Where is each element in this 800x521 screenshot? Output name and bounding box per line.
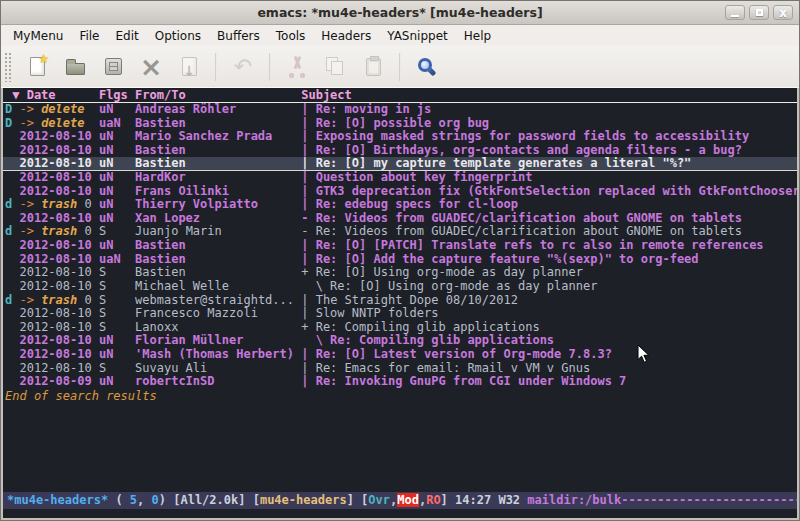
open-folder-icon[interactable] <box>61 53 89 81</box>
cut-icon[interactable] <box>283 53 311 81</box>
close-icon[interactable]: x <box>773 5 793 20</box>
message-row[interactable]: 2012-08-10 S Suvayu Ali | Re: Emacs for … <box>3 362 797 376</box>
menu-item-headers[interactable]: Headers <box>313 27 379 45</box>
menu-item-buffers[interactable]: Buffers <box>209 27 268 45</box>
column-headers[interactable]: ▼ Date Flgs From/To Subject <box>3 88 797 103</box>
toolbar-separator <box>269 53 271 81</box>
window-controls: x <box>725 5 793 20</box>
mode-line[interactable]: *mu4e-headers* ( 5, 0) [All/2.0k] [mu4e-… <box>3 492 797 509</box>
modeline-segment-plain: ] [ <box>347 493 369 507</box>
message-row[interactable]: 2012-08-10 uN Bastien | Re: [O] Birthday… <box>3 144 797 158</box>
close-buffer-icon[interactable]: × <box>137 53 165 81</box>
modeline-segment-num: 0 <box>152 493 159 507</box>
message-row[interactable]: 2012-08-10 uN Bastien | Re: [O] my captu… <box>3 157 797 171</box>
toolbar-separator <box>215 53 217 81</box>
copy-icon[interactable] <box>321 53 349 81</box>
message-row[interactable]: D -> delete uN Andreas Röhler | Re: movi… <box>3 103 797 117</box>
message-row[interactable]: d -> trash 0 S Juanjo Marin - Re: Videos… <box>3 225 797 239</box>
maximize-icon[interactable] <box>749 5 769 20</box>
modeline-segment-dashes: ----------------------------------------… <box>621 493 797 507</box>
titlebar[interactable]: emacs: *mu4e-headers* [mu4e-headers] x <box>1 1 799 25</box>
modeline-segment-ovr: Ovr <box>368 493 390 507</box>
save-as-icon[interactable]: ↓ <box>175 53 203 81</box>
mu4e-headers-buffer: ▼ Date Flgs From/To Subject D -> delete … <box>1 88 799 520</box>
modeline-segment-mode: mu4e-headers <box>260 493 347 507</box>
modeline-segment-plain: ) [All/2.0k] [ <box>159 493 260 507</box>
new-file-icon[interactable]: ★ <box>23 53 51 81</box>
end-of-results: End of search results <box>3 389 797 403</box>
message-row[interactable]: 2012-08-09 uN robertcInSD | Re: Invoking… <box>3 375 797 389</box>
menu-item-mymenu[interactable]: MyMenu <box>5 27 71 45</box>
toolbar-grip[interactable] <box>4 52 12 82</box>
message-row[interactable]: 2012-08-10 uN HardKor | Question about k… <box>3 171 797 185</box>
paste-icon[interactable] <box>359 53 387 81</box>
modeline-segment-ro: RO <box>426 493 440 507</box>
message-row[interactable]: 2012-08-10 uaN Bastien | Re: [O] Add the… <box>3 253 797 267</box>
message-row[interactable]: 2012-08-10 uN Mario Sanchez Prada | Expo… <box>3 130 797 144</box>
message-row[interactable]: 2012-08-10 uN Bastien | Re: [O] [PATCH] … <box>3 239 797 253</box>
modeline-segment-plain: ] 14:27 W32 <box>441 493 528 507</box>
menu-item-edit[interactable]: Edit <box>108 27 147 45</box>
undo-icon[interactable]: ↶ <box>229 53 257 81</box>
message-row[interactable]: 2012-08-10 uN Florian Müllner \ Re: Comp… <box>3 334 797 348</box>
message-row[interactable]: 2012-08-10 uN 'Mash (Thomas Herbert) | R… <box>3 348 797 362</box>
menu-item-file[interactable]: File <box>71 27 107 45</box>
message-row[interactable]: d -> trash 0 S webmaster@straightd... | … <box>3 294 797 308</box>
message-row[interactable]: 2012-08-10 S Lanoxx + Re: Compiling glib… <box>3 321 797 335</box>
modeline-segment-buffer: *mu4e-headers* <box>7 493 108 507</box>
toolbar: ★×↓↶ <box>1 46 799 88</box>
modeline-segment-plain: ( <box>108 493 130 507</box>
modeline-segment-mod: Mod <box>397 493 419 507</box>
modeline-segment-path: maildir:/bulk <box>527 493 621 507</box>
message-row[interactable]: d -> trash 0 uN Thierry Volpiatto | Re: … <box>3 198 797 212</box>
message-row[interactable]: 2012-08-10 S Michael Welle \ Re: [O] Usi… <box>3 280 797 294</box>
window-title: emacs: *mu4e-headers* [mu4e-headers] <box>1 5 799 20</box>
message-list: D -> delete uN Andreas Röhler | Re: movi… <box>3 103 797 389</box>
modeline-segment-plain: , <box>137 493 151 507</box>
menu-item-help[interactable]: Help <box>456 27 499 45</box>
echo-area[interactable] <box>3 509 797 518</box>
menu-item-options[interactable]: Options <box>147 27 209 45</box>
search-icon[interactable] <box>413 53 441 81</box>
menu-bar: MyMenuFileEditOptionsBuffersToolsHeaders… <box>1 25 799 46</box>
modeline-segment-num: 5 <box>130 493 137 507</box>
message-row[interactable]: 2012-08-10 S Bastien + Re: [O] Using org… <box>3 266 797 280</box>
save-icon[interactable] <box>99 53 127 81</box>
message-row[interactable]: D -> delete uaN Bastien | Re: [O] possib… <box>3 117 797 131</box>
toolbar-separator <box>399 53 401 81</box>
message-row[interactable]: 2012-08-10 uN Xan Lopez - Re: Videos fro… <box>3 212 797 226</box>
message-row[interactable]: 2012-08-10 S Francesco Mazzoli | Slow NN… <box>3 307 797 321</box>
message-row[interactable]: 2012-08-10 uN Frans Oilinki | GTK3 depre… <box>3 185 797 199</box>
menu-item-tools[interactable]: Tools <box>268 27 314 45</box>
menu-item-yasnippet[interactable]: YASnippet <box>379 27 456 45</box>
emacs-window: emacs: *mu4e-headers* [mu4e-headers] x M… <box>0 0 800 521</box>
empty-buffer-space <box>3 403 797 492</box>
minimize-icon[interactable] <box>725 5 745 20</box>
